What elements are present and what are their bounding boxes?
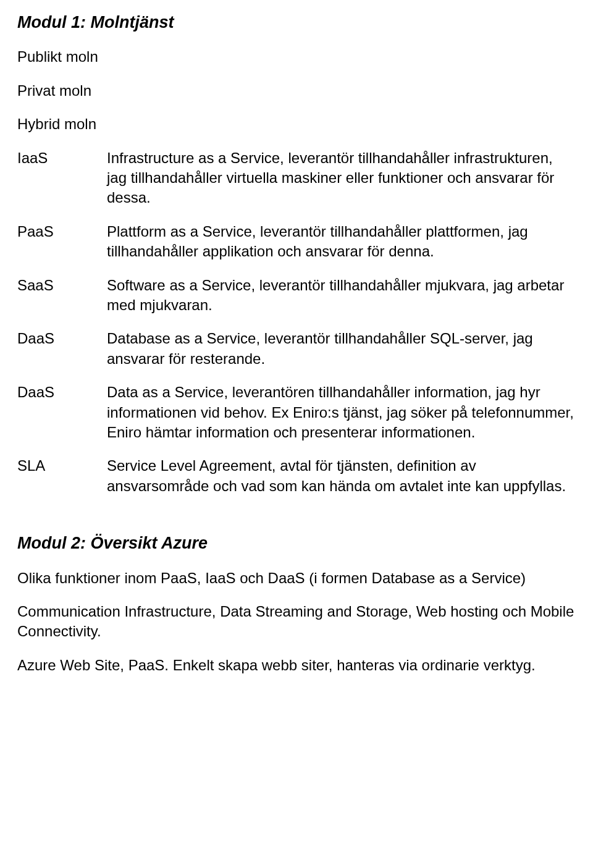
- definition-row: IaaS Infrastructure as a Service, levera…: [17, 148, 576, 208]
- definition-row: DaaS Database as a Service, leverantör t…: [17, 329, 576, 369]
- section-title-module-2: Modul 2: Översikt Azure: [17, 532, 576, 554]
- definition-desc: Database as a Service, leverantör tillha…: [107, 329, 576, 369]
- intro-line: Hybrid moln: [17, 114, 576, 134]
- body-paragraph: Communication Infrastructure, Data Strea…: [17, 602, 576, 642]
- definition-term: DaaS: [17, 382, 107, 402]
- definition-term: IaaS: [17, 148, 107, 168]
- definition-row: SaaS Software as a Service, leverantör t…: [17, 276, 576, 316]
- intro-line: Privat moln: [17, 81, 576, 101]
- definition-row: PaaS Plattform as a Service, leverantör …: [17, 222, 576, 262]
- section-title-module-1: Modul 1: Molntjänst: [17, 11, 576, 33]
- definition-term: SLA: [17, 456, 107, 476]
- definition-row: SLA Service Level Agreement, avtal för t…: [17, 456, 576, 496]
- definition-term: DaaS: [17, 329, 107, 348]
- body-paragraph: Azure Web Site, PaaS. Enkelt skapa webb …: [17, 655, 576, 675]
- definition-desc: Infrastructure as a Service, leverantör …: [107, 148, 576, 208]
- definition-desc: Service Level Agreement, avtal för tjäns…: [107, 456, 576, 496]
- definition-term: PaaS: [17, 222, 107, 242]
- definition-desc: Data as a Service, leverantören tillhand…: [107, 382, 576, 442]
- definition-desc: Plattform as a Service, leverantör tillh…: [107, 222, 576, 262]
- definition-row: DaaS Data as a Service, leverantören til…: [17, 382, 576, 442]
- body-paragraph: Olika funktioner inom PaaS, IaaS och Daa…: [17, 568, 576, 588]
- definition-desc: Software as a Service, leverantör tillha…: [107, 276, 576, 316]
- definition-term: SaaS: [17, 276, 107, 295]
- intro-line: Publikt moln: [17, 47, 576, 67]
